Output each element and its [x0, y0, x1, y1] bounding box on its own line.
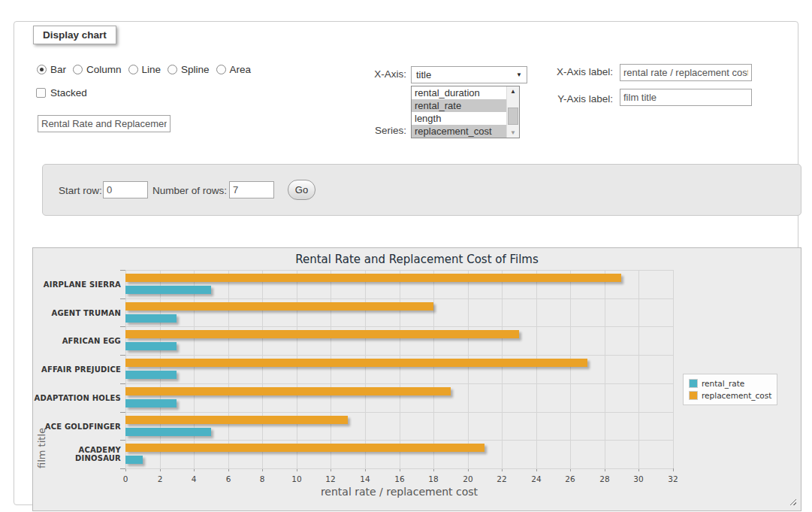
- radio-label: Column: [86, 64, 122, 75]
- radio-label: Spline: [181, 64, 210, 75]
- num-rows-label: Number of rows:: [152, 185, 227, 196]
- legend-label: replacement_cost: [702, 391, 771, 400]
- x-axis-label-label: X-Axis label:: [503, 66, 613, 77]
- y-axis-label-input[interactable]: [620, 89, 752, 106]
- x-tick-label: 20: [457, 474, 479, 483]
- bar-segment: [125, 314, 177, 323]
- checkbox-icon: [36, 88, 46, 98]
- bar-segment: [125, 274, 621, 282]
- start-row-label: Start row:: [59, 185, 102, 196]
- gridline: [228, 270, 229, 468]
- x-tick-label: 18: [422, 474, 445, 483]
- gridline: [160, 270, 161, 468]
- legend-swatch: [689, 379, 698, 388]
- x-tick-label: 22: [491, 474, 513, 483]
- category-label: AFRICAN EGG: [33, 326, 121, 355]
- x-tick-label: 10: [285, 474, 308, 483]
- bar-segment: [125, 399, 177, 407]
- x-axis-label-input[interactable]: [620, 64, 752, 81]
- num-rows-input[interactable]: [229, 181, 274, 198]
- radio-label: Area: [230, 64, 252, 75]
- gridline: [125, 326, 673, 327]
- category-label: AIRPLANE SIERRA: [33, 270, 121, 298]
- gridline: [125, 440, 673, 441]
- fieldset-title: Display chart: [33, 26, 116, 44]
- series-listbox-label: Series:: [315, 125, 406, 136]
- series-option[interactable]: length: [412, 112, 506, 125]
- legend-label: rental_rate: [702, 379, 744, 388]
- series-option[interactable]: rental_rate: [412, 99, 506, 112]
- row-range-panel: Start row: Number of rows: Go: [42, 164, 801, 216]
- radio-icon: [37, 65, 47, 74]
- y-axis-tick: [120, 412, 125, 413]
- bar-segment: [125, 330, 519, 338]
- scrollbar-thumb[interactable]: [508, 108, 518, 125]
- legend-swatch: [689, 391, 698, 400]
- x-axis-selected-value: title: [416, 69, 431, 80]
- y-axis-tick: [120, 298, 125, 299]
- chart-type-radio-bar[interactable]: Bar: [37, 64, 66, 75]
- x-tick-label: 26: [559, 474, 581, 483]
- x-tick-label: 4: [183, 474, 205, 483]
- series-option[interactable]: replacement_cost: [412, 125, 506, 138]
- chart-type-radio-spline[interactable]: Spline: [168, 64, 210, 75]
- gridline: [433, 270, 434, 468]
- chart-type-radio-area[interactable]: Area: [216, 64, 252, 75]
- category-label: ADAPTATION HOLES: [33, 383, 121, 412]
- legend-item: replacement_cost: [689, 389, 771, 401]
- chart-type-radio-line[interactable]: Line: [128, 64, 161, 75]
- chart-builder-page: Display chart BarColumnLineSplineArea St…: [0, 0, 812, 512]
- y-axis-label-label: Y-Axis label:: [503, 93, 613, 105]
- x-tick-label: 8: [251, 474, 273, 483]
- stacked-label: Stacked: [50, 87, 87, 98]
- y-axis-tick: [120, 355, 125, 356]
- radio-label: Line: [142, 64, 161, 75]
- x-tick-label: 30: [627, 474, 650, 483]
- gridline: [673, 270, 674, 468]
- series-option[interactable]: rental_duration: [412, 86, 506, 99]
- x-tick-label: 16: [388, 474, 411, 483]
- scroll-down-icon[interactable]: ▼: [507, 128, 519, 138]
- chart-title-input[interactable]: [38, 115, 171, 132]
- x-tick-label: 6: [217, 474, 240, 483]
- x-axis-title: rental rate / replacement cost: [125, 486, 673, 498]
- gridline: [125, 298, 673, 299]
- gridline: [125, 383, 673, 384]
- bar-segment: [125, 342, 177, 350]
- chart-type-radio-group: BarColumnLineSplineArea: [37, 64, 258, 75]
- gridline: [570, 270, 571, 468]
- gridline: [365, 270, 366, 468]
- y-axis-tick: [120, 440, 125, 441]
- chart-title: Rental Rate and Replacement Cost of Film…: [33, 253, 801, 266]
- legend-item: rental_rate: [689, 377, 771, 389]
- x-tick-label: 0: [114, 474, 137, 483]
- gridline: [400, 270, 400, 468]
- start-row-input[interactable]: [103, 181, 148, 198]
- gridline: [468, 270, 469, 468]
- gridline: [125, 270, 126, 468]
- x-tick-label: 12: [319, 474, 342, 483]
- radio-label: Bar: [50, 64, 66, 75]
- x-axis-select-label: X-Axis:: [315, 68, 406, 80]
- chart-legend: rental_ratereplacement_cost: [683, 374, 777, 405]
- chart-canvas: Rental Rate and Replacement Cost of Film…: [33, 248, 801, 510]
- chart-type-radio-column[interactable]: Column: [73, 64, 122, 75]
- radio-icon: [73, 65, 83, 74]
- y-axis-tick: [120, 326, 125, 327]
- resize-handle-icon[interactable]: [788, 497, 796, 505]
- gridline: [331, 270, 331, 468]
- go-button[interactable]: Go: [288, 180, 315, 200]
- gridline: [502, 270, 503, 468]
- gridline: [297, 270, 297, 468]
- y-axis-tick: [120, 270, 125, 271]
- gridline: [536, 270, 537, 468]
- y-axis-tick: [120, 383, 125, 384]
- bar-segment: [125, 444, 484, 452]
- gridline: [194, 270, 195, 468]
- category-label: ACADEMY DINOSAUR: [33, 440, 121, 468]
- stacked-checkbox[interactable]: Stacked: [36, 87, 87, 98]
- display-chart-fieldset: Display chart BarColumnLineSplineArea St…: [14, 21, 798, 505]
- gridline: [125, 468, 673, 469]
- bar-segment: [125, 428, 211, 436]
- bar-segment: [125, 302, 433, 311]
